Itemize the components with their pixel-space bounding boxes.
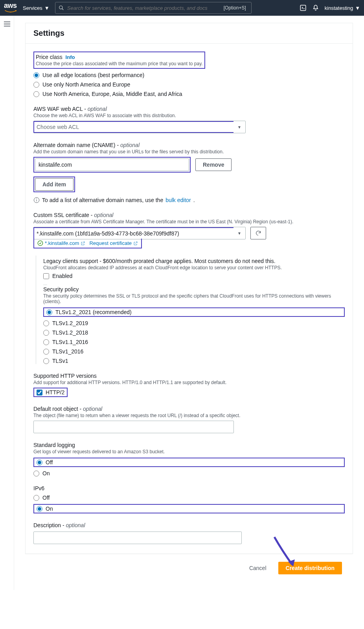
footer-actions: Cancel Create distribution	[25, 554, 353, 582]
settings-panel: Settings Price class Info Choose the pri…	[25, 23, 353, 554]
panel-title: Settings	[33, 29, 345, 38]
sec-policy-option-4[interactable]: TLSv1_2016	[43, 348, 345, 355]
caret-down-icon: ▼	[355, 5, 360, 11]
info-link[interactable]: Info	[66, 54, 75, 60]
services-label: Services	[23, 5, 42, 11]
search-input[interactable]	[67, 5, 219, 11]
legacy-clients-section: Legacy clients support - $600/month pror…	[43, 256, 345, 279]
legacy-enabled-checkbox[interactable]: Enabled	[43, 273, 345, 279]
check-circle-icon	[37, 240, 43, 246]
create-distribution-button[interactable]: Create distribution	[278, 562, 342, 574]
search-icon	[59, 5, 64, 11]
logging-on[interactable]: On	[33, 470, 345, 476]
price-class-label: Price class Info	[36, 54, 203, 60]
search-shortcut: [Option+S]	[222, 4, 248, 12]
request-cert-link[interactable]: Request certificate	[89, 240, 132, 246]
sec-policy-option-1[interactable]: TLSv1.2_2019	[43, 320, 345, 326]
info-icon	[33, 197, 40, 203]
price-class-option-0[interactable]: Use all edge locations (best performance…	[33, 72, 345, 78]
aws-logo[interactable]: aws	[4, 2, 17, 15]
description-input[interactable]	[33, 532, 242, 544]
svg-point-0	[59, 6, 62, 9]
side-panel-toggle[interactable]	[0, 16, 14, 590]
waf-section: AWS WAF web ACL - optional Choose the we…	[33, 106, 345, 133]
sec-policy-option-2[interactable]: TLSv1.2_2018	[43, 329, 345, 336]
hamburger-icon	[4, 21, 11, 27]
waf-select[interactable]: Choose web ACL ▼	[33, 121, 246, 133]
caret-down-icon: ▼	[44, 5, 50, 11]
verified-domain-link[interactable]: *.kinstalife.com	[45, 240, 79, 246]
refresh-button[interactable]	[250, 227, 266, 239]
external-link-icon	[81, 241, 85, 246]
ipv6-section: IPv6 Off On	[33, 485, 345, 513]
cname-section: Alternate domain name (CNAME) - optional…	[33, 142, 345, 203]
caret-down-icon: ▼	[237, 125, 241, 129]
services-menu[interactable]: Services ▼	[23, 5, 50, 11]
username: kinstatesting	[325, 5, 353, 11]
external-link-icon	[133, 241, 138, 246]
ssl-cert-select[interactable]: *.kinstalife.com (1bfd1a9a-5d93-4773-bc6…	[33, 227, 246, 239]
price-class-option-1[interactable]: Use only North America and Europe	[33, 81, 345, 88]
svg-point-8	[37, 199, 37, 199]
bulk-editor-link[interactable]: bulk editor	[165, 197, 191, 203]
ipv6-off[interactable]: Off	[33, 495, 345, 501]
cancel-button[interactable]: Cancel	[242, 562, 274, 574]
price-class-section: Price class Info Choose the price class …	[33, 51, 345, 97]
ssl-section: Custom SSL certificate - optional Associ…	[33, 212, 345, 364]
logging-section: Standard logging Get logs of viewer requ…	[33, 442, 345, 476]
ipv6-on[interactable]: On	[37, 506, 342, 512]
logging-off[interactable]: Off	[37, 459, 342, 465]
remove-button[interactable]: Remove	[195, 158, 232, 171]
root-object-section: Default root object - optional The objec…	[33, 406, 345, 433]
svg-point-9	[38, 241, 43, 246]
description-section: Description - optional	[33, 522, 345, 544]
add-item-button[interactable]: Add item	[35, 178, 74, 191]
bell-icon[interactable]	[312, 4, 319, 11]
security-policy-section: Security policy The security policy dete…	[43, 279, 345, 364]
sec-policy-option-5[interactable]: TLSv1	[43, 358, 345, 364]
svg-line-1	[62, 9, 63, 10]
sec-policy-option-0[interactable]: TLSv1.2_2021 (recommended)	[46, 309, 342, 315]
cloudshell-icon[interactable]	[300, 4, 307, 11]
root-object-input[interactable]	[33, 421, 234, 433]
http2-checkbox[interactable]: HTTP/2	[37, 389, 64, 395]
refresh-icon	[255, 230, 261, 236]
http-versions-section: Supported HTTP versions Add support for …	[33, 373, 345, 397]
price-class-option-2[interactable]: Use North America, Europe, Asia, Middle …	[33, 91, 345, 97]
top-nav: aws Services ▼ [Option+S] kinstatesting …	[0, 0, 364, 16]
global-search[interactable]: [Option+S]	[55, 2, 252, 14]
user-menu[interactable]: kinstatesting ▼	[325, 5, 360, 11]
caret-down-icon: ▼	[237, 231, 241, 235]
cname-input[interactable]	[35, 158, 189, 171]
sec-policy-option-3[interactable]: TLSv1.1_2016	[43, 339, 345, 345]
price-class-desc: Choose the price class associated with t…	[36, 61, 203, 66]
